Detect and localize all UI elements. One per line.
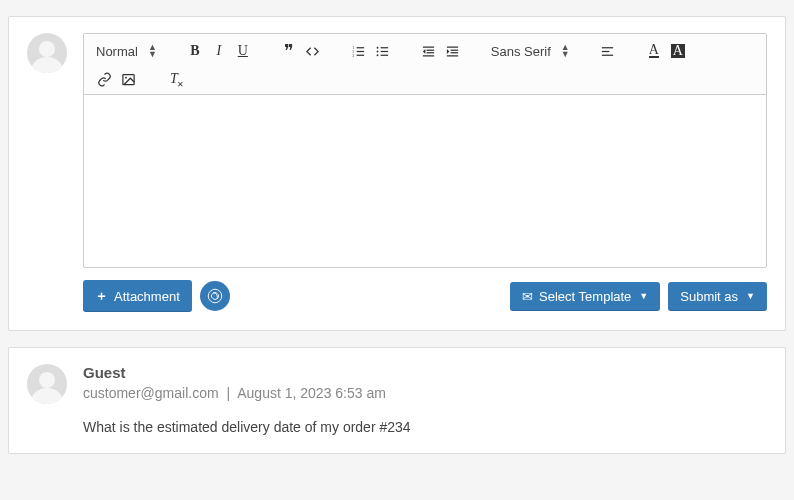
message-author: Guest bbox=[83, 364, 767, 381]
reply-avatar bbox=[27, 33, 67, 73]
indent-button[interactable] bbox=[441, 40, 465, 62]
format-picker-label: Normal bbox=[96, 44, 138, 59]
link-button[interactable] bbox=[92, 68, 116, 90]
meta-separator: | bbox=[226, 385, 230, 401]
submit-button-label: Submit as bbox=[680, 289, 738, 304]
submit-button[interactable]: Submit as ▼ bbox=[668, 282, 767, 311]
font-picker-label: Sans Serif bbox=[491, 44, 551, 59]
svg-point-9 bbox=[377, 46, 379, 48]
ai-assist-button[interactable] bbox=[200, 281, 230, 311]
message-email: customer@gmail.com bbox=[83, 385, 219, 401]
underline-button[interactable]: U bbox=[231, 40, 255, 62]
actions-row: ＋ Attachment ✉ S bbox=[83, 280, 767, 312]
format-picker[interactable]: Normal ▲▼ bbox=[92, 42, 161, 61]
plus-icon: ＋ bbox=[95, 287, 108, 305]
envelope-icon: ✉ bbox=[522, 289, 533, 304]
select-template-label: Select Template bbox=[539, 289, 631, 304]
caret-down-icon: ▼ bbox=[639, 291, 648, 301]
sort-icon: ▲▼ bbox=[148, 44, 157, 58]
bold-button[interactable]: B bbox=[183, 40, 207, 62]
message-avatar bbox=[27, 364, 67, 404]
bullet-list-button[interactable] bbox=[371, 40, 395, 62]
message-meta: customer@gmail.com | August 1, 2023 6:53… bbox=[83, 385, 767, 401]
attachment-button[interactable]: ＋ Attachment bbox=[83, 280, 192, 312]
select-template-button[interactable]: ✉ Select Template ▼ bbox=[510, 282, 660, 311]
italic-button[interactable]: I bbox=[207, 40, 231, 62]
ordered-list-button[interactable]: 123 bbox=[347, 40, 371, 62]
svg-point-11 bbox=[377, 54, 379, 56]
svg-text:3: 3 bbox=[353, 53, 355, 57]
svg-point-25 bbox=[208, 289, 222, 303]
ai-swirl-icon bbox=[206, 287, 224, 305]
caret-down-icon: ▼ bbox=[746, 291, 755, 301]
sort-icon: ▲▼ bbox=[561, 44, 570, 58]
svg-point-24 bbox=[125, 76, 127, 78]
attachment-button-label: Attachment bbox=[114, 289, 180, 304]
editor-textarea[interactable] bbox=[84, 95, 766, 267]
message-body: What is the estimated delivery date of m… bbox=[83, 419, 767, 435]
clear-format-button[interactable]: T✕ bbox=[162, 68, 186, 90]
reply-panel: Normal ▲▼ B I U ❞ bbox=[8, 16, 786, 331]
font-picker[interactable]: Sans Serif ▲▼ bbox=[487, 42, 574, 61]
editor-toolbar: Normal ▲▼ B I U ❞ bbox=[84, 34, 766, 95]
image-button[interactable] bbox=[116, 68, 140, 90]
bg-color-button[interactable]: A bbox=[666, 40, 690, 62]
message-timestamp: August 1, 2023 6:53 am bbox=[237, 385, 386, 401]
blockquote-button[interactable]: ❞ bbox=[277, 40, 301, 62]
svg-point-10 bbox=[377, 50, 379, 52]
message-panel: Guest customer@gmail.com | August 1, 202… bbox=[8, 347, 786, 454]
align-button[interactable] bbox=[596, 40, 620, 62]
outdent-button[interactable] bbox=[417, 40, 441, 62]
code-block-button[interactable] bbox=[301, 40, 325, 62]
text-color-button[interactable]: A bbox=[642, 40, 666, 62]
rich-text-editor: Normal ▲▼ B I U ❞ bbox=[83, 33, 767, 268]
